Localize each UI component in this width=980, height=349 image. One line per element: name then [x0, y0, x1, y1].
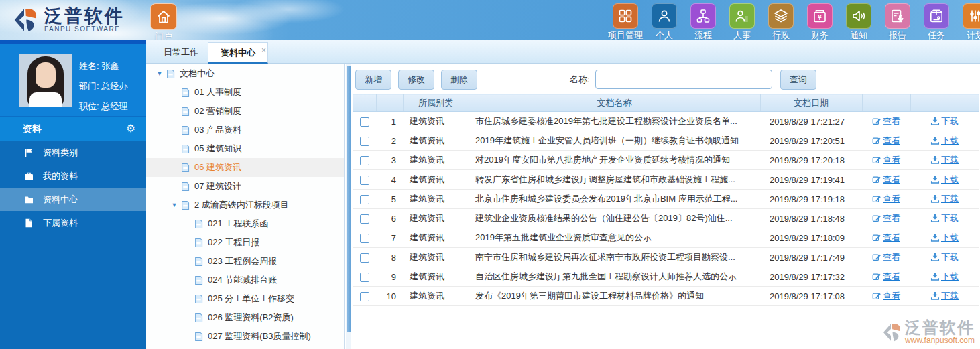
- sidebar-item-data-center[interactable]: 资料中心: [0, 188, 146, 211]
- report-icon: [885, 3, 910, 29]
- tree-item[interactable]: ▼ 01 人事制度: [146, 83, 344, 102]
- finance-icon: ¥: [807, 3, 833, 29]
- nav-item-personal[interactable]: 个人: [645, 3, 684, 40]
- sidebar-item-subordinate-data[interactable]: 下属资料: [0, 211, 146, 234]
- sliders-icon: [963, 3, 980, 29]
- tab-daily-work[interactable]: 日常工作: [151, 42, 210, 64]
- view-link[interactable]: 查看: [872, 232, 900, 244]
- scrollbar-thumb[interactable]: [347, 66, 351, 332]
- row-checkbox[interactable]: [360, 292, 369, 301]
- tree-item[interactable]: ▼ 026 监理资料(B2资质): [146, 308, 344, 327]
- tree-item[interactable]: ▼ 023 工程例会周报: [146, 252, 344, 271]
- view-link[interactable]: 查看: [872, 173, 900, 186]
- row-doc-name: 建筑业企业资质核准结果的公告（汕住建公告〔2019〕82号)汕住...: [469, 209, 760, 228]
- nav-item-report[interactable]: 报告: [878, 3, 917, 40]
- nav-item-admin[interactable]: 行政: [761, 3, 800, 40]
- row-category: 建筑资讯: [403, 190, 469, 209]
- tree-item-label: 07 建筑设计: [194, 180, 241, 192]
- document-icon: [194, 332, 204, 342]
- profile-department: 部门: 总经办: [79, 76, 127, 96]
- add-button[interactable]: 新增: [355, 70, 391, 90]
- tree-item[interactable]: ▼ 文档中心: [146, 64, 344, 83]
- download-link[interactable]: 下载: [930, 251, 959, 263]
- row-doc-name: 市住房城乡建委核准2019年第七批建设工程勘察设计企业资质名单...: [469, 112, 760, 131]
- sidebar-item-my-data[interactable]: 我的资料: [0, 164, 146, 188]
- download-link[interactable]: 下载: [930, 173, 959, 186]
- tree-item[interactable]: ▼ 06 建筑资讯: [146, 158, 344, 177]
- tree-item[interactable]: ▼ 2 成渝高铁内江标段项目: [146, 196, 344, 214]
- row-checkbox[interactable]: [360, 176, 369, 185]
- download-link[interactable]: 下载: [930, 232, 959, 244]
- download-icon: [930, 253, 940, 262]
- row-checkbox[interactable]: [360, 156, 369, 165]
- table-row: 5 建筑资讯 北京市住房和城乡建设委员会发布2019年北京市BIM 应用示范工程…: [353, 190, 979, 209]
- sidebar-item-data-category[interactable]: 资料类别: [0, 141, 146, 164]
- view-link[interactable]: 查看: [872, 212, 900, 224]
- row-checkbox[interactable]: [360, 117, 369, 127]
- expand-arrow-icon[interactable]: ▼: [156, 70, 164, 77]
- tree-item[interactable]: ▼ 027 监理资料(B3质量控制): [146, 327, 344, 346]
- row-checkbox[interactable]: [360, 137, 369, 146]
- view-link[interactable]: 查看: [872, 290, 900, 302]
- search-button[interactable]: 查询: [780, 70, 816, 90]
- download-link[interactable]: 下载: [930, 115, 959, 127]
- edit-view-icon: [872, 272, 881, 281]
- tree-item-label: 2 成渝高铁内江标段项目: [194, 199, 289, 211]
- view-link[interactable]: 查看: [872, 115, 900, 127]
- tree-item[interactable]: ▼ 022 工程日报: [146, 233, 344, 252]
- document-icon: [180, 125, 190, 135]
- download-link[interactable]: 下载: [930, 154, 959, 166]
- expand-arrow-icon[interactable]: ▼: [170, 202, 178, 208]
- tree-item[interactable]: ▼ 025 分工单位工作移交: [146, 289, 344, 308]
- edit-button[interactable]: 修改: [398, 70, 434, 90]
- row-category: 建筑资讯: [403, 248, 469, 267]
- tab-data-center[interactable]: 资料中心 ×: [208, 42, 268, 64]
- tree-item[interactable]: ▼ 021 工程联系函: [146, 214, 344, 233]
- delete-button[interactable]: 删除: [441, 70, 477, 90]
- tree-item[interactable]: ▼ 03 产品资料: [146, 121, 344, 139]
- gear-icon[interactable]: ⚙: [126, 117, 135, 141]
- row-checkbox[interactable]: [360, 195, 369, 204]
- close-icon[interactable]: ×: [261, 40, 266, 60]
- profile-name: 姓名: 张鑫: [79, 56, 127, 76]
- download-link[interactable]: 下载: [930, 290, 959, 302]
- watermark: 泛普软件 www.fanpusoft.com: [879, 320, 975, 345]
- download-link[interactable]: 下载: [930, 135, 959, 147]
- nav-item-project-management[interactable]: 项目管理: [606, 3, 645, 40]
- nav-item-hr[interactable]: 人事: [723, 3, 761, 40]
- row-checkbox[interactable]: [360, 273, 369, 282]
- view-link[interactable]: 查看: [872, 154, 900, 166]
- row-checkbox[interactable]: [360, 214, 369, 224]
- download-icon: [930, 155, 940, 165]
- view-link[interactable]: 查看: [872, 135, 900, 147]
- edit-view-icon: [872, 233, 881, 242]
- speaker-icon: [846, 3, 871, 29]
- nav-item-portal[interactable]: 门户: [149, 3, 178, 40]
- layers-icon: [768, 3, 794, 29]
- tree-item[interactable]: ▼ 02 营销制度: [146, 102, 344, 121]
- download-link[interactable]: 下载: [930, 212, 959, 224]
- nav-item-workflow[interactable]: 流程: [684, 3, 723, 40]
- row-doc-date: 2019/8/29 17:20:51: [760, 131, 862, 151]
- nav-item-finance[interactable]: ¥ 财务: [800, 3, 839, 40]
- nav-item-task[interactable]: 任务: [917, 3, 956, 40]
- tree-scrollbar[interactable]: [346, 64, 351, 349]
- nav-item-notice[interactable]: 通知: [839, 3, 878, 40]
- row-checkbox[interactable]: [360, 253, 369, 263]
- header-category: 所属别类: [403, 94, 469, 112]
- view-link[interactable]: 查看: [872, 193, 900, 205]
- row-doc-name: 北京市住房和城乡建设委员会发布2019年北京市BIM 应用示范工程...: [469, 190, 760, 209]
- download-link[interactable]: 下载: [930, 193, 959, 205]
- tree-item[interactable]: ▼ 05 建筑知识: [146, 139, 344, 158]
- name-filter-input[interactable]: [595, 70, 772, 89]
- view-link[interactable]: 查看: [872, 251, 900, 263]
- row-checkbox[interactable]: [360, 234, 369, 243]
- tree-item[interactable]: ▼ 07 建筑设计: [146, 177, 344, 196]
- tree-item[interactable]: ▼ 024 节能减排台账: [146, 271, 344, 289]
- download-link[interactable]: 下载: [930, 271, 959, 283]
- view-link[interactable]: 查看: [872, 271, 900, 283]
- nav-item-plan[interactable]: 计划: [956, 3, 980, 40]
- tree-item-label: 022 工程日报: [208, 236, 259, 249]
- edit-view-icon: [872, 155, 881, 165]
- tree-item-label: 01 人事制度: [194, 86, 241, 98]
